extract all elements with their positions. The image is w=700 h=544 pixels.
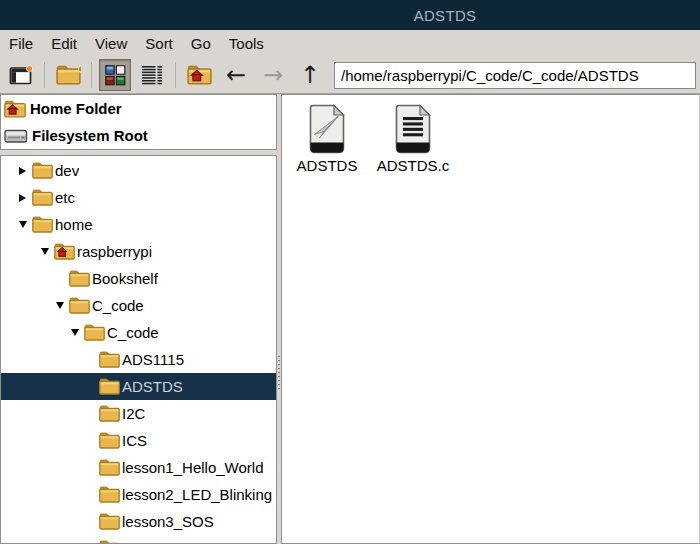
- tree-item-label: Bookshelf: [92, 270, 158, 287]
- arrow-right-icon: →: [263, 63, 283, 87]
- tree-item-label: ADS1115: [122, 351, 184, 368]
- home-button[interactable]: [183, 59, 215, 91]
- folder-icon: [99, 486, 120, 503]
- chevron-right-icon[interactable]: [19, 167, 32, 175]
- folder-icon: [84, 324, 105, 341]
- home-folder-icon: [54, 243, 75, 260]
- tree-item-label: dev: [55, 162, 79, 179]
- menu-item-file[interactable]: File: [0, 35, 42, 52]
- file-item-label: ADSTDS: [297, 157, 358, 174]
- list-view-icon: [141, 65, 163, 86]
- tree-item-label: lesson1_Hello_World: [122, 459, 263, 476]
- tree-item-label: lesson3_SOS: [122, 513, 214, 530]
- chevron-down-icon[interactable]: [41, 248, 54, 255]
- file-item-adstds[interactable]: ADSTDS: [286, 104, 368, 174]
- folder-icon: [69, 297, 90, 314]
- filesystem-root-icon: [4, 127, 28, 144]
- arrow-up-icon: ↑: [300, 63, 320, 87]
- toolbar-separator: [175, 62, 176, 88]
- places-item-label: Home Folder: [30, 100, 122, 117]
- home-folder-icon: [187, 65, 212, 85]
- folder-icon: [99, 378, 120, 395]
- tree-item-label: home: [55, 216, 93, 233]
- menu-item-go[interactable]: Go: [182, 35, 220, 52]
- sidebar: Home Folder Filesystem Root dev etc home…: [0, 94, 277, 544]
- file-view[interactable]: ADSTDS ADSTDS.c: [281, 94, 700, 544]
- tree-item-home[interactable]: home: [1, 211, 276, 238]
- window-icon: [9, 65, 33, 86]
- places-item-home-folder[interactable]: Home Folder: [1, 95, 276, 122]
- folder-icon: [69, 270, 90, 287]
- titlebar[interactable]: ADSTDS: [0, 0, 700, 30]
- home-folder-icon: [4, 100, 26, 118]
- menu-item-sort[interactable]: Sort: [136, 35, 182, 52]
- tree-item-lesson3-sos[interactable]: lesson3_SOS: [1, 508, 276, 535]
- directory-tree: dev etc home raspberrypi Bookshelf C_cod…: [0, 155, 277, 544]
- icon-view-icon: [105, 65, 126, 86]
- file-item-adstds-c[interactable]: ADSTDS.c: [372, 104, 454, 174]
- places-item-filesystem-root[interactable]: Filesystem Root: [1, 122, 276, 149]
- file-item-label: ADSTDS.c: [377, 157, 450, 174]
- tree-item-label: etc: [55, 189, 75, 206]
- forward-button[interactable]: →: [257, 59, 289, 91]
- back-button[interactable]: ←: [220, 59, 252, 91]
- menu-item-view[interactable]: View: [86, 35, 136, 52]
- file-manager-window: ADSTDS FileEditViewSortGoTools: [0, 0, 700, 544]
- menubar: FileEditViewSortGoTools: [0, 30, 700, 57]
- new-window-button[interactable]: [52, 59, 84, 91]
- icon-view-button[interactable]: [99, 59, 131, 91]
- tree-item-ads1115[interactable]: ADS1115: [1, 346, 276, 373]
- pane-splitter[interactable]: [277, 94, 281, 544]
- tree-item-label: C_code: [107, 324, 159, 341]
- chevron-down-icon[interactable]: [56, 302, 69, 309]
- places-panel: Home Folder Filesystem Root: [0, 94, 277, 150]
- places-item-label: Filesystem Root: [32, 127, 148, 144]
- path-input[interactable]: [334, 62, 696, 89]
- menu-item-tools[interactable]: Tools: [220, 35, 273, 52]
- folder-icon: [99, 432, 120, 449]
- toolbar-separator: [91, 62, 92, 88]
- tree-item-label: raspberrypi: [77, 243, 152, 260]
- arrow-left-icon: ←: [226, 63, 246, 87]
- executable-file-icon: [305, 104, 349, 154]
- chevron-down-icon[interactable]: [19, 221, 32, 228]
- content-area: Home Folder Filesystem Root dev etc home…: [0, 94, 700, 544]
- chevron-right-icon[interactable]: [19, 194, 32, 202]
- folder-icon: [99, 351, 120, 368]
- folder-icon: [32, 162, 53, 179]
- tree-item-label: ICS: [122, 432, 147, 449]
- tree-item-partial[interactable]: [1, 535, 276, 544]
- tree-item-dev[interactable]: dev: [1, 157, 276, 184]
- toolbar: ←→↑: [0, 57, 700, 94]
- tree-item-c-code[interactable]: C_code: [1, 292, 276, 319]
- c-source-file-icon: [391, 104, 435, 154]
- tree-item-adstds[interactable]: ADSTDS: [1, 373, 276, 400]
- tree-item-label: I2C: [122, 405, 145, 422]
- toolbar-separator: [44, 62, 45, 88]
- tree-item-label: ADSTDS: [122, 378, 183, 395]
- tree-item-bookshelf[interactable]: Bookshelf: [1, 265, 276, 292]
- tree-item-ics[interactable]: ICS: [1, 427, 276, 454]
- folder-icon: [99, 405, 120, 422]
- chevron-down-icon[interactable]: [71, 329, 84, 336]
- folder-icon: [99, 540, 120, 544]
- tree-item-etc[interactable]: etc: [1, 184, 276, 211]
- new-tab-button[interactable]: [5, 59, 37, 91]
- folder-icon: [99, 459, 120, 476]
- menu-item-edit[interactable]: Edit: [42, 35, 86, 52]
- folder-new-icon: [56, 65, 81, 85]
- tree-item-lesson1-hello-world[interactable]: lesson1_Hello_World: [1, 454, 276, 481]
- list-view-button[interactable]: [136, 59, 168, 91]
- tree-item-label: lesson2_LED_Blinking: [122, 486, 272, 503]
- tree-item-lesson2-led-blinking[interactable]: lesson2_LED_Blinking: [1, 481, 276, 508]
- tree-item-i2c[interactable]: I2C: [1, 400, 276, 427]
- folder-icon: [32, 216, 53, 233]
- window-title: ADSTDS: [414, 7, 477, 24]
- folder-icon: [32, 189, 53, 206]
- tree-item-c-code[interactable]: C_code: [1, 319, 276, 346]
- up-button[interactable]: ↑: [294, 59, 326, 91]
- tree-item-raspberrypi[interactable]: raspberrypi: [1, 238, 276, 265]
- tree-item-label: C_code: [92, 297, 144, 314]
- folder-icon: [99, 513, 120, 530]
